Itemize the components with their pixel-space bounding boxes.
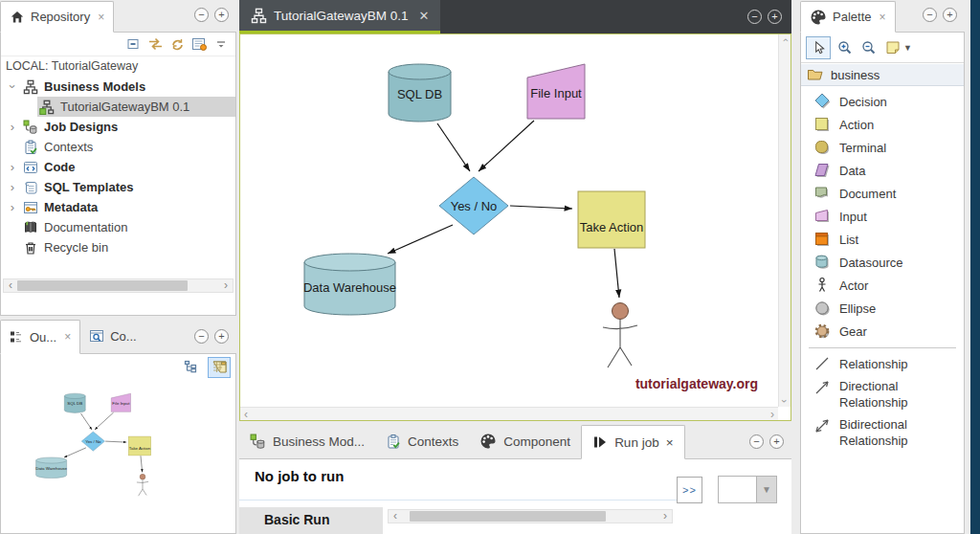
- palette-item-actor[interactable]: Actor: [801, 274, 964, 297]
- palette-item-document[interactable]: Document: [801, 182, 964, 205]
- canvas-hscrollbar[interactable]: ‹ ›: [240, 407, 778, 420]
- scroll-right-icon[interactable]: ›: [219, 279, 233, 292]
- chevron-right-icon[interactable]: ›: [6, 180, 19, 194]
- palette-item-data[interactable]: Data: [801, 159, 964, 182]
- palette-item-bidirectional-relationship[interactable]: Bidirectional Relationship: [801, 413, 964, 452]
- tab-repository[interactable]: Repository ×: [0, 1, 114, 33]
- node-take-action[interactable]: Take Action: [578, 191, 645, 248]
- palette-item-gear[interactable]: Gear: [801, 320, 964, 343]
- palette-items: Decision Action Terminal: [801, 87, 964, 533]
- node-data-warehouse[interactable]: Data Warehouse: [303, 254, 396, 315]
- tab-code-viewer[interactable]: Co...: [80, 319, 145, 353]
- scroll-left-icon[interactable]: ‹: [4, 279, 17, 292]
- node-actor[interactable]: [603, 303, 637, 368]
- outline-minimap[interactable]: SQL DB File Input Yes / No Take Action: [1, 380, 235, 533]
- close-icon[interactable]: ×: [666, 435, 674, 450]
- view-menu-icon[interactable]: [212, 35, 230, 53]
- overview-icon[interactable]: [208, 357, 231, 378]
- switch-branch-icon[interactable]: [146, 35, 164, 53]
- close-icon[interactable]: ✕: [419, 9, 430, 23]
- scroll-right-icon[interactable]: ›: [658, 510, 672, 523]
- canvas-vscrollbar[interactable]: › ›: [778, 34, 791, 407]
- palette-item-relationship[interactable]: Relationship: [801, 352, 964, 375]
- palette-item-list[interactable]: List: [801, 228, 964, 251]
- tree-item-recycle-bin[interactable]: Recycle bin: [1, 237, 235, 257]
- tree-item-sql-templates[interactable]: › SQL Templates: [1, 177, 235, 197]
- home-icon: [10, 10, 25, 25]
- edge-fileinput-decision: [479, 121, 534, 171]
- scroll-right-icon[interactable]: ›: [770, 408, 774, 421]
- scroll-left-icon[interactable]: ‹: [244, 408, 248, 421]
- maximize-button[interactable]: +: [214, 329, 229, 344]
- tree-item-business-models[interactable]: › Business Models: [1, 77, 235, 97]
- palette-item-ellipse[interactable]: Ellipse: [801, 297, 964, 320]
- refresh-icon[interactable]: [168, 35, 186, 53]
- minimize-button[interactable]: −: [194, 329, 209, 344]
- node-sql-db[interactable]: SQL DB: [389, 64, 451, 122]
- gear-icon: [813, 323, 831, 340]
- chevron-down-icon[interactable]: ▼: [756, 477, 776, 502]
- tree-item-label: Metadata: [44, 200, 98, 214]
- tab-repository-label: Repository: [31, 10, 90, 24]
- tab-editor-tutorialgatewaybm[interactable]: TutorialGatewayBM 0.1 ✕: [239, 0, 440, 33]
- tree-item-metadata[interactable]: › Metadata: [1, 197, 235, 217]
- tree-item-job-designs[interactable]: › Job Designs: [1, 117, 235, 137]
- zoom-in-icon[interactable]: [835, 36, 855, 59]
- palette-item-directional-relationship[interactable]: Directional Relationship: [801, 375, 964, 413]
- tab-business-models[interactable]: Business Mod...: [239, 424, 375, 458]
- detail-view-icon[interactable]: [190, 35, 208, 53]
- palette-item-decision[interactable]: Decision: [801, 90, 964, 113]
- expand-button[interactable]: >>: [677, 477, 702, 503]
- chevron-right-icon[interactable]: ›: [6, 120, 19, 134]
- runview-hscrollbar[interactable]: ‹ ›: [388, 509, 673, 523]
- scroll-left-icon[interactable]: ‹: [389, 510, 402, 523]
- tab-outline[interactable]: Ou... ×: [0, 320, 80, 354]
- tab-component[interactable]: Component: [469, 424, 581, 458]
- close-icon[interactable]: ×: [879, 11, 885, 24]
- note-tool-icon[interactable]: ▼: [883, 36, 914, 59]
- tree-item-code[interactable]: › Code: [1, 157, 235, 177]
- maximize-button[interactable]: +: [769, 434, 784, 449]
- palette-item-input[interactable]: Input: [801, 205, 964, 228]
- scrollbar-thumb[interactable]: [17, 280, 188, 291]
- business-model-item-icon: [39, 100, 56, 115]
- node-file-input[interactable]: File Input: [527, 64, 585, 119]
- close-icon[interactable]: ×: [64, 330, 71, 344]
- model-canvas[interactable]: SQL DB File Input Yes / No Take Action: [239, 33, 791, 421]
- tree-item-contexts[interactable]: Contexts: [1, 137, 235, 157]
- collapse-all-icon[interactable]: [124, 35, 142, 53]
- chevron-down-icon[interactable]: ▼: [903, 43, 912, 53]
- tab-palette[interactable]: Palette ×: [800, 1, 896, 33]
- scroll-down-icon[interactable]: ›: [779, 399, 791, 403]
- job-select-dropdown[interactable]: ▼: [718, 476, 777, 503]
- tab-run-job[interactable]: Run job ×: [581, 425, 684, 459]
- tab-contexts[interactable]: Contexts: [375, 424, 469, 458]
- tree-item-label: Recycle bin: [44, 240, 108, 255]
- chevron-right-icon[interactable]: ›: [6, 160, 19, 174]
- close-icon[interactable]: ×: [98, 11, 104, 24]
- palette-item-action[interactable]: Action: [801, 113, 964, 136]
- minimize-button[interactable]: −: [194, 8, 209, 22]
- palette-item-datasource[interactable]: Datasource: [801, 251, 964, 274]
- palette-group-business[interactable]: business: [801, 64, 964, 86]
- maximize-button[interactable]: +: [768, 10, 782, 24]
- tree-view-icon[interactable]: [180, 357, 203, 378]
- tree-item-tutorialgatewaybm[interactable]: TutorialGatewayBM 0.1: [37, 97, 235, 117]
- palette-item-terminal[interactable]: Terminal: [801, 136, 964, 159]
- select-tool-icon[interactable]: [806, 36, 831, 59]
- scroll-up-icon[interactable]: ›: [779, 38, 791, 42]
- chevron-down-icon[interactable]: ›: [6, 79, 19, 94]
- chevron-right-icon[interactable]: ›: [6, 200, 19, 214]
- minimize-button[interactable]: −: [747, 10, 762, 24]
- tree-item-documentation[interactable]: Documentation: [1, 217, 235, 237]
- maximize-button[interactable]: +: [214, 8, 229, 22]
- minimize-button[interactable]: −: [749, 434, 764, 449]
- scrollbar-thumb[interactable]: [410, 511, 606, 522]
- application-window: Repository × − +: [0, 0, 980, 534]
- node-label: Yes / No: [451, 199, 498, 213]
- mini-node-file-input: File Input: [111, 393, 130, 412]
- minimize-button[interactable]: −: [923, 8, 937, 22]
- repository-hscrollbar[interactable]: ‹ ›: [3, 278, 234, 293]
- maximize-button[interactable]: +: [943, 8, 957, 22]
- zoom-out-icon[interactable]: [859, 36, 879, 59]
